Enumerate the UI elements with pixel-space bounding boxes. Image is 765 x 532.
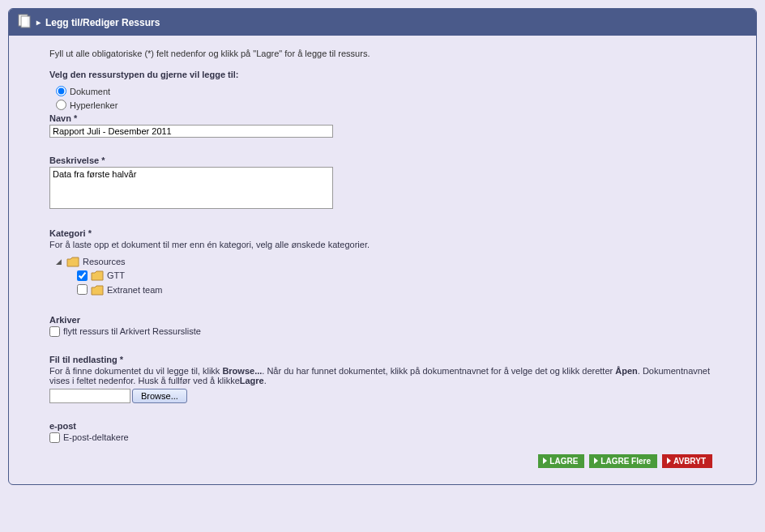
archive-checkbox-label: flytt ressurs til Arkivert Ressursliste	[63, 326, 201, 336]
radio-hyperlenker-label: Hyperlenker	[70, 100, 118, 110]
category-tree: ◢ Resources GTT Extranet team	[56, 254, 716, 297]
radio-dokument-input[interactable]	[56, 86, 66, 96]
category-help: For å laste opp et dokument til mer enn …	[49, 240, 716, 249]
tree-root-label: Resources	[83, 257, 126, 266]
email-checkbox-label: E-post-deltakere	[63, 432, 129, 442]
cancel-button[interactable]: AVBRYT	[662, 454, 712, 468]
resource-type-label: Velg den ressurstypen du gjerne vil legg…	[49, 70, 716, 79]
dialog-panel: ▸ Legg til/Rediger Ressurs Fyll ut alle …	[8, 8, 757, 485]
intro-text: Fyll ut alle obligatoriske (*) felt nede…	[49, 49, 716, 58]
document-icon	[17, 14, 32, 31]
dialog-body: Fyll ut alle obligatoriske (*) felt nede…	[9, 36, 756, 484]
description-input[interactable]	[49, 167, 333, 209]
name-label: Navn *	[49, 113, 716, 123]
archive-checkbox[interactable]	[49, 326, 60, 337]
action-buttons: LAGRE LAGRE Flere AVBRYT	[49, 454, 716, 468]
folder-icon	[91, 270, 104, 282]
svg-rect-1	[21, 16, 30, 28]
archive-checkbox-row[interactable]: flytt ressurs til Arkivert Ressursliste	[49, 326, 716, 337]
email-label: e-post	[49, 421, 716, 431]
play-icon	[543, 458, 547, 464]
radio-hyperlenker-input[interactable]	[56, 100, 66, 110]
dialog-header: ▸ Legg til/Rediger Ressurs	[9, 9, 756, 36]
file-path-input[interactable]	[49, 389, 130, 403]
file-help: For å finne dokumentet du vil legge til,…	[49, 366, 716, 385]
file-upload-row: Browse...	[49, 389, 716, 403]
category-label: Kategori *	[49, 228, 716, 238]
file-label: Fil til nedlasting *	[49, 355, 716, 364]
tree-root[interactable]: ◢ Resources	[56, 254, 716, 269]
play-icon	[667, 458, 671, 464]
name-input[interactable]	[49, 125, 333, 138]
radio-dokument-label: Dokument	[70, 87, 110, 96]
tree-collapse-icon[interactable]: ◢	[56, 257, 63, 266]
email-checkbox-row[interactable]: E-post-deltakere	[49, 432, 716, 443]
tree-item-gtt[interactable]: GTT	[77, 269, 716, 283]
description-label: Beskrivelse *	[49, 155, 716, 165]
chevron-right-icon: ▸	[36, 18, 41, 27]
email-checkbox[interactable]	[49, 432, 60, 443]
folder-icon	[91, 284, 104, 296]
radio-hyperlenker[interactable]: Hyperlenker	[56, 100, 716, 110]
cancel-button-label: AVBRYT	[673, 457, 706, 466]
save-button[interactable]: LAGRE	[538, 454, 584, 468]
tree-checkbox-gtt[interactable]	[77, 270, 88, 281]
radio-dokument[interactable]: Dokument	[56, 86, 716, 96]
tree-checkbox-extranet[interactable]	[77, 284, 88, 295]
archive-label: Arkiver	[49, 315, 716, 325]
save-button-label: LAGRE	[549, 457, 578, 466]
dialog-title: Legg til/Rediger Ressurs	[45, 17, 160, 28]
play-icon	[594, 458, 598, 464]
tree-item-extranet-label: Extranet team	[107, 285, 162, 295]
browse-button[interactable]: Browse...	[132, 389, 187, 403]
save-more-button[interactable]: LAGRE Flere	[589, 454, 657, 468]
tree-item-extranet[interactable]: Extranet team	[77, 283, 716, 297]
folder-icon	[66, 256, 79, 267]
tree-item-gtt-label: GTT	[107, 270, 125, 280]
save-more-button-label: LAGRE Flere	[600, 457, 651, 466]
